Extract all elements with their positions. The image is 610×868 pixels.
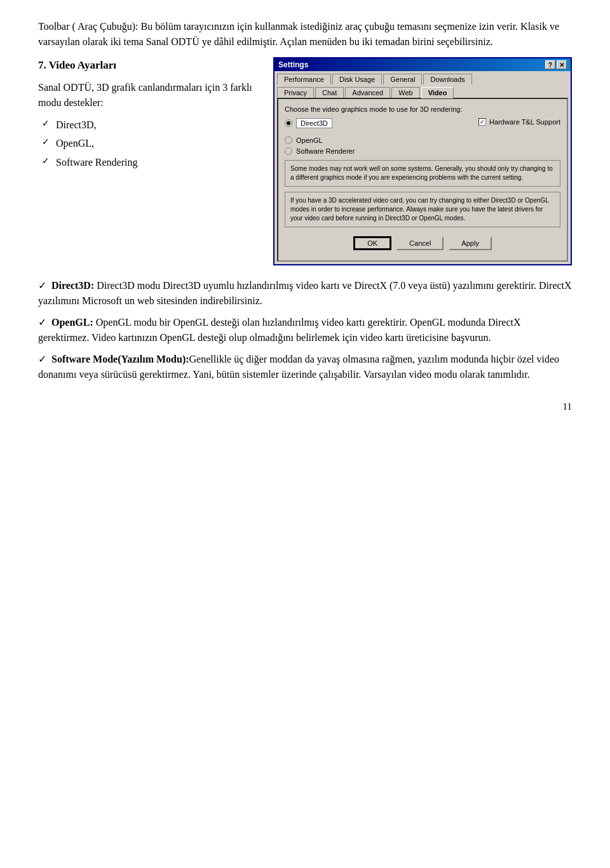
tab-advanced[interactable]: Advanced (345, 87, 390, 98)
help-button[interactable]: ? (545, 60, 555, 69)
info-text-2: If you have a 3D accelerated video card,… (290, 197, 549, 222)
tab-downloads[interactable]: Downloads (423, 74, 471, 84)
titlebar-buttons: ? ✕ (545, 60, 567, 69)
direct3d-desc-para: ✓ Direct3D: Direct3D modu Direct3D uyuml… (38, 278, 572, 309)
section7-block: Settings ? ✕ Performance Disk Usage Gene… (38, 57, 572, 278)
direct3d-desc-text: Direct3D modu Direct3D uyumlu hızlandırı… (38, 280, 572, 306)
mode-list: Direct3D, OpenGL, Software Rendering (38, 117, 572, 171)
dialog-body-label: Choose the video graphics mode to use fo… (285, 105, 560, 113)
tab-video[interactable]: Video (421, 87, 454, 98)
apply-button[interactable]: Apply (449, 236, 492, 250)
tab-performance[interactable]: Performance (277, 74, 331, 84)
tab-chat[interactable]: Chat (315, 87, 344, 98)
tab-web[interactable]: Web (391, 87, 419, 98)
dialog-buttons: OK Cancel Apply (285, 232, 560, 254)
software-desc-para: ✓ Software Mode(Yazılım Modu):Genellikle… (38, 352, 572, 382)
opengl-desc-para: ✓ OpenGL: OpenGL modu bir OpenGL desteği… (38, 315, 572, 345)
dialog-titlebar: Settings ? ✕ (274, 58, 571, 71)
opengl-desc-text: OpenGL modu bir OpenGL desteği olan hızl… (38, 317, 521, 343)
ok-button[interactable]: OK (353, 236, 391, 250)
tab-disk-usage[interactable]: Disk Usage (332, 74, 382, 84)
cancel-button[interactable]: Cancel (396, 236, 444, 250)
list-item-software-rendering: Software Rendering (38, 154, 572, 171)
tabs-row1: Performance Disk Usage General Downloads (274, 71, 571, 84)
list-item-opengl: OpenGL, (38, 135, 572, 152)
intro-paragraph: Toolbar ( Araç Çubuğu): Bu bölüm tarayıc… (38, 19, 572, 50)
close-button[interactable]: ✕ (557, 60, 567, 69)
info-box-2: If you have a 3D accelerated video card,… (285, 192, 560, 227)
list-item-direct3d: Direct3D, (38, 117, 572, 133)
tab-privacy[interactable]: Privacy (277, 87, 314, 98)
tab-general[interactable]: General (383, 74, 422, 84)
page-content: Toolbar ( Araç Çubuğu): Bu bölüm tarayıc… (38, 19, 572, 412)
tabs-row2: Privacy Chat Advanced Web Video (274, 84, 571, 98)
page-number: 11 (38, 401, 572, 412)
dialog-title: Settings (278, 60, 308, 69)
